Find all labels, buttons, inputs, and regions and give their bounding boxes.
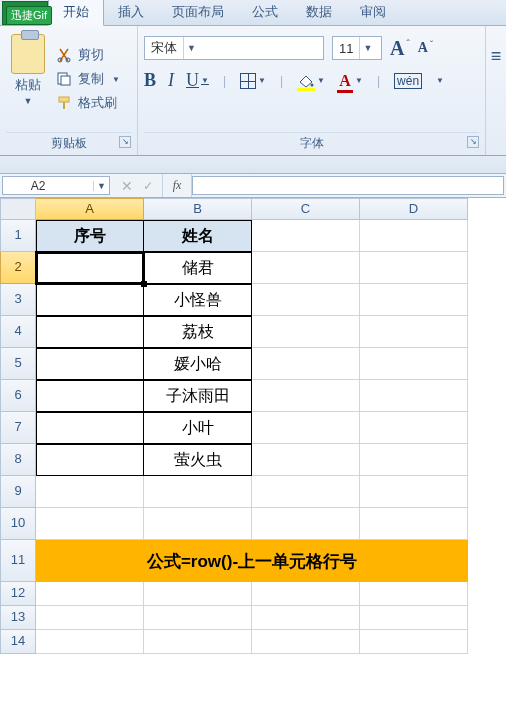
tab-home[interactable]: 开始 [48,0,104,26]
border-button[interactable]: ▼ [240,73,266,89]
cell[interactable] [360,284,468,316]
col-header-b[interactable]: B [144,198,252,220]
font-size-combo[interactable]: 11 ▼ [332,36,382,60]
cell[interactable]: 荔枝 [144,316,252,348]
row-header[interactable]: 14 [0,630,36,654]
cell[interactable] [252,252,360,284]
cell[interactable] [252,476,360,508]
phonetic-guide-button[interactable]: wén [394,73,422,89]
cell[interactable] [360,348,468,380]
cell[interactable] [36,380,144,412]
tab-formulas[interactable]: 公式 [238,0,292,25]
cell[interactable] [36,412,144,444]
row-header[interactable]: 3 [0,284,36,316]
cell[interactable] [36,606,144,630]
row-header[interactable]: 8 [0,444,36,476]
cell[interactable]: 序号 [36,220,144,252]
cell[interactable] [360,606,468,630]
dialog-launcher-icon[interactable]: ↘ [119,136,131,148]
cell[interactable] [360,508,468,540]
row-header[interactable]: 4 [0,316,36,348]
cell[interactable] [360,316,468,348]
copy-button[interactable]: 复制 ▼ [56,70,120,88]
cell[interactable] [360,380,468,412]
cell[interactable] [36,630,144,654]
cell[interactable]: 姓名 [144,220,252,252]
cell[interactable] [252,444,360,476]
cell[interactable] [144,476,252,508]
cell[interactable] [252,380,360,412]
cell-active[interactable] [36,252,144,284]
cell[interactable] [144,582,252,606]
cell[interactable] [36,284,144,316]
alignment-overflow[interactable]: ≡ [486,26,506,155]
cell[interactable] [360,252,468,284]
cell[interactable] [252,412,360,444]
cut-button[interactable]: 剪切 [56,46,120,64]
underline-button[interactable]: U▼ [186,70,209,91]
cell[interactable] [360,582,468,606]
font-name-combo[interactable]: 宋体 ▼ [144,36,324,60]
row-header[interactable]: 11 [0,540,36,582]
row-header[interactable]: 1 [0,220,36,252]
col-header-c[interactable]: C [252,198,360,220]
cell[interactable] [360,412,468,444]
cell[interactable] [252,284,360,316]
copy-icon [56,71,72,87]
font-color-button[interactable]: A ▼ [337,72,363,90]
format-painter-button[interactable]: 格式刷 [56,94,120,112]
cell[interactable] [252,582,360,606]
row-header[interactable]: 2 [0,252,36,284]
cell[interactable]: 储君 [144,252,252,284]
cell[interactable] [360,476,468,508]
tab-insert[interactable]: 插入 [104,0,158,25]
row-header[interactable]: 10 [0,508,36,540]
row-header[interactable]: 12 [0,582,36,606]
select-all-corner[interactable] [0,198,36,220]
cell[interactable] [36,508,144,540]
cell[interactable]: 小怪兽 [144,284,252,316]
cell[interactable] [144,630,252,654]
cell[interactable] [36,476,144,508]
formula-input[interactable] [192,176,504,195]
dialog-launcher-icon[interactable]: ↘ [467,136,479,148]
italic-button[interactable]: I [168,70,174,91]
row-header[interactable]: 9 [0,476,36,508]
cell[interactable]: 萤火虫 [144,444,252,476]
cell[interactable] [252,606,360,630]
cell[interactable]: 媛小哈 [144,348,252,380]
cell[interactable] [36,316,144,348]
cell[interactable] [360,630,468,654]
row-header[interactable]: 7 [0,412,36,444]
col-header-a[interactable]: A [36,198,144,220]
fill-color-button[interactable]: ▼ [297,74,325,88]
cell[interactable] [252,348,360,380]
cell[interactable] [36,582,144,606]
bold-button[interactable]: B [144,70,156,91]
increase-font-button[interactable]: Aˆ [390,37,410,60]
cell[interactable] [144,606,252,630]
decrease-font-button[interactable]: Aˇ [418,40,433,56]
cell[interactable] [36,348,144,380]
tab-review[interactable]: 审阅 [346,0,400,25]
cell[interactable]: 子沐雨田 [144,380,252,412]
cell[interactable]: 小叶 [144,412,252,444]
name-box[interactable]: A2 ▼ [2,176,110,195]
tab-data[interactable]: 数据 [292,0,346,25]
fx-label[interactable]: fx [162,174,192,197]
col-header-d[interactable]: D [360,198,468,220]
cell[interactable] [252,630,360,654]
cell[interactable] [144,508,252,540]
cell[interactable] [360,220,468,252]
cell[interactable] [252,316,360,348]
tab-page-layout[interactable]: 页面布局 [158,0,238,25]
row-header[interactable]: 5 [0,348,36,380]
banner-cell[interactable]: 公式=row()-上一单元格行号 [36,540,468,582]
row-header[interactable]: 13 [0,606,36,630]
paste-button[interactable]: 粘贴 ▼ [6,30,50,128]
cell[interactable] [36,444,144,476]
cell[interactable] [360,444,468,476]
cell[interactable] [252,220,360,252]
row-header[interactable]: 6 [0,380,36,412]
cell[interactable] [252,508,360,540]
